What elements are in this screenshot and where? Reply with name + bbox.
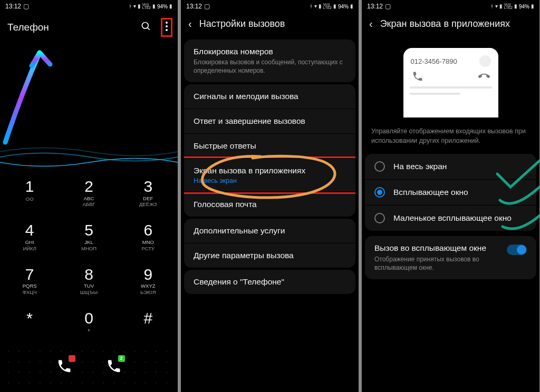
ringtones-row[interactable]: Сигналы и мелодии вызова bbox=[184, 84, 355, 109]
key-2[interactable]: 2ABCАБВГ bbox=[59, 173, 118, 217]
preview-illustration: 012-3456-7890 bbox=[377, 48, 525, 117]
block-numbers-row[interactable]: Блокировка номеров Блокировка вызовов и … bbox=[184, 40, 355, 82]
bluetooth-icon: ᚼ bbox=[490, 4, 494, 9]
battery-icon: ▮ bbox=[350, 4, 353, 9]
wifi-icon: ▾ bbox=[314, 4, 317, 9]
picture-icon: ▢ bbox=[385, 3, 391, 9]
other-call-settings-row[interactable]: Другие параметры вызова bbox=[184, 243, 355, 268]
wallpaper-wave bbox=[0, 141, 178, 169]
key-8[interactable]: 8TUVШЩЪЫ bbox=[59, 261, 118, 305]
volte-icon: Vo))LTE2 bbox=[323, 3, 332, 10]
back-icon[interactable]: ‹ bbox=[188, 18, 192, 30]
status-time: 13:12 bbox=[367, 3, 383, 10]
option-mini-popup[interactable]: Маленькое всплывающее окно bbox=[365, 205, 536, 231]
picture-icon: ▢ bbox=[204, 3, 210, 9]
supplementary-services-row[interactable]: Дополнительные услуги bbox=[184, 219, 355, 243]
volte-icon: Vo))LTE2 bbox=[142, 3, 151, 10]
picture-icon: ▢ bbox=[23, 3, 29, 9]
status-bar: 13:12▢ ᚼ▾▮Vo))LTE2▮94%▮ bbox=[181, 0, 359, 13]
quick-replies-row[interactable]: Быстрые ответы bbox=[184, 134, 355, 159]
key-4[interactable]: 4GHIИЙКЛ bbox=[0, 217, 59, 260]
more-menu-highlight bbox=[161, 18, 172, 37]
wifi-icon: ▾ bbox=[133, 4, 136, 9]
description: Управляйте отображением входящих вызовов… bbox=[362, 125, 539, 152]
bluetooth-icon: ᚼ bbox=[310, 4, 313, 9]
signal-icon: ▮ bbox=[499, 4, 503, 9]
key-0[interactable]: 0+ bbox=[59, 305, 118, 342]
svg-point-2 bbox=[166, 22, 168, 24]
bluetooth-icon: ᚼ bbox=[129, 4, 132, 9]
key-hash[interactable]: # bbox=[119, 305, 178, 342]
dialpad: 1ОО 2ABCАБВГ 3DEFДЕЁЖЗ 4GHIИЙКЛ 5JKLМНОП… bbox=[0, 169, 178, 343]
svg-point-0 bbox=[142, 23, 149, 29]
arrow-annotation bbox=[0, 42, 63, 148]
signal-icon: ▮ bbox=[319, 4, 322, 9]
option-fullscreen[interactable]: На весь экран bbox=[365, 154, 536, 180]
call-sim2-button[interactable]: 2 bbox=[105, 357, 123, 375]
call-buttons-bar: 2 bbox=[3, 346, 175, 386]
app-title: Телефон bbox=[7, 22, 49, 33]
svg-point-3 bbox=[166, 25, 168, 27]
popup-call-toggle-row[interactable]: Вызов во всплывающем окне Отображение пр… bbox=[365, 236, 536, 279]
avatar-icon bbox=[479, 55, 491, 67]
signal-icon-2: ▮ bbox=[514, 4, 517, 9]
decline-icon bbox=[478, 71, 490, 82]
key-7[interactable]: 7PQRSФХЦЧ bbox=[0, 261, 59, 305]
voicemail-row[interactable]: Голосовая почта bbox=[184, 192, 355, 217]
status-bar: 13:12▢ ᚼ▾▮Vo))LTE2▮94%▮ bbox=[362, 0, 539, 13]
key-6[interactable]: 6MNOРСТУ bbox=[119, 217, 178, 260]
battery-percent: 94% bbox=[338, 4, 349, 9]
signal-icon-2: ▮ bbox=[152, 4, 156, 9]
key-9[interactable]: 9WXYZЬЭЮЯ bbox=[119, 261, 178, 305]
call-display-row[interactable]: Экран вызова в приложениях На весь экран bbox=[184, 159, 355, 192]
bottom-tabs: Набор Последние Контакты bbox=[0, 386, 178, 392]
status-time: 13:12 bbox=[5, 3, 21, 10]
battery-icon: ▮ bbox=[531, 4, 534, 9]
signal-icon: ▮ bbox=[138, 4, 141, 9]
wifi-icon: ▾ bbox=[495, 4, 498, 9]
call-display-settings-screen: 13:12▢ ᚼ▾▮Vo))LTE2▮94%▮ ‹ Экран вызова в… bbox=[362, 0, 539, 392]
option-popup[interactable]: Всплывающее окно bbox=[365, 180, 536, 205]
page-title: Настройки вызовов bbox=[199, 18, 285, 30]
phone-app-dialer: 13:12 ▢ ᚼ ▾ ▮ Vo))LTE2 ▮ 94% ▮ Телефон bbox=[0, 0, 178, 392]
battery-icon: ▮ bbox=[169, 4, 172, 9]
status-bar: 13:12 ▢ ᚼ ▾ ▮ Vo))LTE2 ▮ 94% ▮ bbox=[0, 0, 178, 13]
sim2-badge: 2 bbox=[118, 355, 125, 362]
svg-point-4 bbox=[166, 29, 168, 31]
battery-percent: 94% bbox=[157, 4, 168, 9]
key-1[interactable]: 1ОО bbox=[0, 173, 59, 217]
about-phone-row[interactable]: Сведения о "Телефоне" bbox=[184, 270, 355, 294]
call-settings-screen: 13:12▢ ᚼ▾▮Vo))LTE2▮94%▮ ‹ Настройки вызо… bbox=[181, 0, 359, 392]
preview-number: 012-3456-7890 bbox=[411, 57, 491, 65]
answer-end-row[interactable]: Ответ и завершение вызовов bbox=[184, 109, 355, 134]
radio-icon bbox=[374, 213, 385, 223]
radio-icon bbox=[374, 161, 385, 172]
battery-percent: 94% bbox=[519, 4, 529, 9]
page-title: Экран вызова в приложениях bbox=[380, 18, 510, 30]
key-star[interactable]: * bbox=[0, 305, 59, 342]
status-time: 13:12 bbox=[186, 3, 202, 10]
more-menu-icon[interactable] bbox=[166, 24, 168, 33]
key-3[interactable]: 3DEFДЕЁЖЗ bbox=[119, 173, 178, 217]
svg-line-1 bbox=[148, 28, 150, 30]
back-icon[interactable]: ‹ bbox=[369, 18, 373, 30]
sim1-badge bbox=[69, 355, 75, 362]
answer-icon bbox=[412, 71, 423, 82]
wallpaper bbox=[0, 42, 178, 169]
signal-icon-2: ▮ bbox=[333, 4, 336, 9]
toggle-switch[interactable] bbox=[507, 244, 527, 255]
volte-icon: Vo))LTE2 bbox=[504, 3, 513, 10]
radio-icon bbox=[374, 187, 385, 198]
search-icon[interactable] bbox=[141, 21, 151, 34]
call-sim1-button[interactable] bbox=[55, 357, 73, 375]
key-5[interactable]: 5JKLМНОП bbox=[59, 217, 118, 260]
